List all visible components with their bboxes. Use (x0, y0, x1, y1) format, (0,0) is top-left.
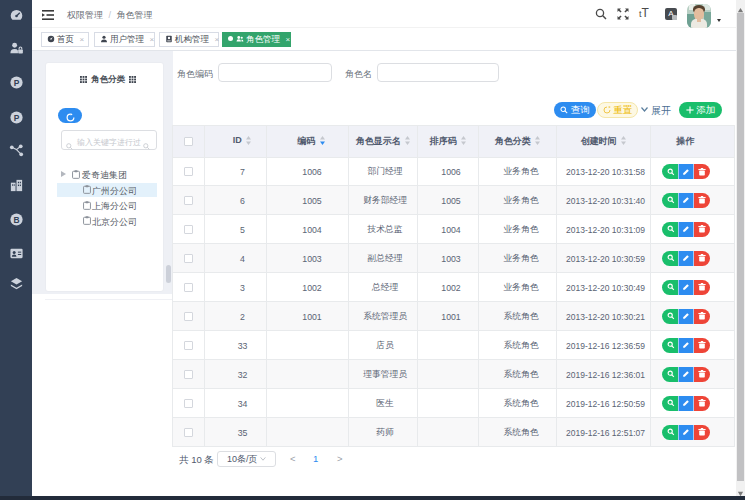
svg-text:P: P (13, 113, 19, 123)
svg-text:P: P (13, 78, 19, 88)
svg-text:B: B (13, 215, 19, 225)
